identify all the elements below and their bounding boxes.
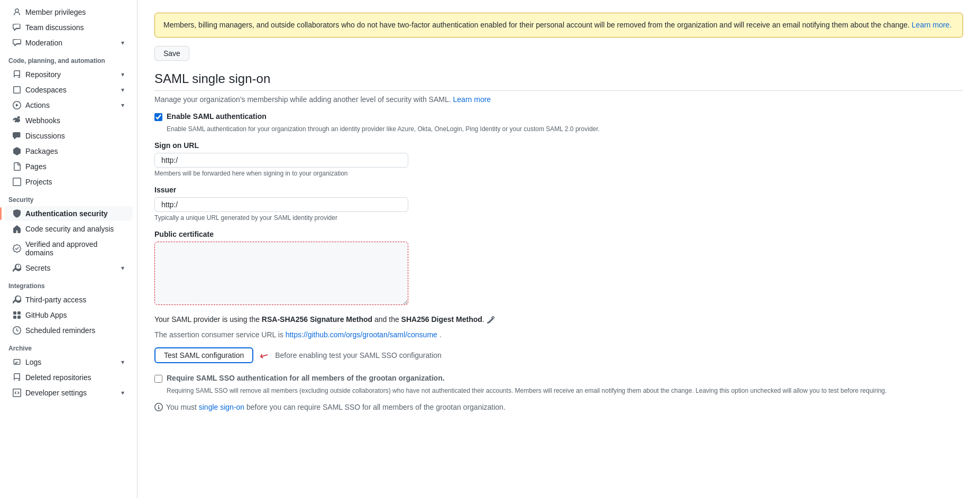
enable-saml-row: Enable SAML authentication xyxy=(154,112,963,121)
sidebar-section-archive-label: Archive xyxy=(0,338,137,354)
sidebar-item-label: Webhooks xyxy=(25,116,60,125)
info-text: You must single sign-on before you can r… xyxy=(166,403,506,411)
sidebar-item-webhooks[interactable]: Webhooks xyxy=(4,113,133,128)
assertion-line: The assertion consumer service URL is ht… xyxy=(154,330,963,339)
chevron-down-icon: ▾ xyxy=(121,264,124,272)
signature-line: Your SAML provider is using the RSA-SHA2… xyxy=(154,315,963,324)
package-icon xyxy=(13,147,21,155)
sidebar-section-security-label: Security xyxy=(0,190,137,206)
sidebar-item-logs[interactable]: Logs ▾ xyxy=(4,355,133,370)
play-icon xyxy=(13,101,21,109)
assertion-suffix: . xyxy=(439,330,442,339)
issuer-input[interactable] xyxy=(154,197,408,212)
warning-learn-more-link[interactable]: Learn more. xyxy=(912,21,951,29)
sidebar-item-label: Scheduled reminders xyxy=(25,326,95,335)
sidebar-item-scheduled-reminders[interactable]: Scheduled reminders xyxy=(4,323,133,338)
sidebar-item-github-apps[interactable]: GitHub Apps xyxy=(4,308,133,322)
sidebar-item-team-discussions[interactable]: Team discussions xyxy=(4,20,133,35)
sidebar-item-developer-settings[interactable]: Developer settings ▾ xyxy=(4,385,133,400)
require-saml-checkbox[interactable] xyxy=(154,375,162,383)
sidebar-item-deleted-repos[interactable]: Deleted repositories xyxy=(4,370,133,385)
info-suffix: before you can require SAML SSO for all … xyxy=(246,403,506,411)
sidebar-item-third-party[interactable]: Third-party access xyxy=(4,292,133,307)
chevron-down-icon: ▾ xyxy=(121,86,124,94)
code-icon xyxy=(13,389,21,397)
sidebar-item-projects[interactable]: Projects xyxy=(4,174,133,189)
edit-icon[interactable] xyxy=(487,315,495,324)
sidebar-item-code-security[interactable]: Code security and analysis xyxy=(4,222,133,236)
shield-icon xyxy=(13,209,21,218)
sidebar-item-label: Repository xyxy=(25,70,61,79)
sidebar-item-verified-domains[interactable]: Verified and approved domains xyxy=(4,237,133,260)
warning-banner: Members, billing managers, and outside c… xyxy=(154,13,963,38)
clock-icon xyxy=(13,326,21,335)
sidebar-item-label: Logs xyxy=(25,358,41,366)
require-saml-row: Require SAML SSO authentication for all … xyxy=(154,374,963,383)
sidebar-item-label: Authentication security xyxy=(25,209,108,218)
main-content: Members, billing managers, and outside c… xyxy=(138,0,980,498)
saml-learn-more-link[interactable]: Learn more xyxy=(453,95,491,104)
chevron-down-icon: ▾ xyxy=(121,39,124,47)
issuer-group: Issuer Typically a unique URL generated … xyxy=(154,186,963,222)
sidebar-section-integrations-label: Integrations xyxy=(0,276,137,292)
sign-on-url-label: Sign on URL xyxy=(154,141,963,150)
public-cert-group: Public certificate xyxy=(154,230,963,307)
sidebar-item-label: Actions xyxy=(25,101,50,109)
sign-on-url-input[interactable] xyxy=(154,153,408,168)
sidebar-item-label: GitHub Apps xyxy=(25,311,67,319)
saml-desc-text: Manage your organization's membership wh… xyxy=(154,95,453,104)
public-cert-label: Public certificate xyxy=(154,230,963,238)
log-icon xyxy=(13,358,21,366)
assertion-url-link[interactable]: https://github.com/orgs/grootan/saml/con… xyxy=(286,330,437,339)
sign-on-url-group: Sign on URL Members will be forwarded he… xyxy=(154,141,963,177)
info-sso-link[interactable]: single sign-on xyxy=(199,403,244,411)
sidebar-item-codespaces[interactable]: Codespaces ▾ xyxy=(4,82,133,97)
chevron-down-icon: ▾ xyxy=(121,389,124,396)
sidebar-item-packages[interactable]: Packages xyxy=(4,144,133,159)
sign-on-url-hint: Members will be forwarded here when sign… xyxy=(154,170,963,177)
sidebar-item-label: Packages xyxy=(25,147,58,155)
public-cert-textarea[interactable] xyxy=(154,242,408,305)
codespaces-icon xyxy=(13,86,21,94)
enable-saml-checkbox[interactable] xyxy=(154,113,162,121)
sidebar-item-actions[interactable]: Actions ▾ xyxy=(4,98,133,113)
project-icon xyxy=(13,178,21,186)
sidebar-item-label: Codespaces xyxy=(25,86,67,94)
sidebar-item-label: Developer settings xyxy=(25,389,87,397)
key-icon xyxy=(13,264,21,272)
sidebar-item-label: Discussions xyxy=(25,132,65,140)
codescan-icon xyxy=(13,225,21,233)
key2-icon xyxy=(13,296,21,304)
save-button[interactable]: Save xyxy=(154,46,189,61)
test-btn-note: Before enabling test your SAML SSO confi… xyxy=(275,351,442,359)
sidebar-item-secrets[interactable]: Secrets ▾ xyxy=(4,261,133,275)
sidebar-item-moderation[interactable]: Moderation ▾ xyxy=(4,35,133,50)
sidebar-item-label: Pages xyxy=(25,162,47,171)
saml-description: Manage your organization's membership wh… xyxy=(154,95,963,104)
sidebar-item-label: Deleted repositories xyxy=(25,373,91,382)
test-saml-button[interactable]: Test SAML configuration xyxy=(154,347,253,363)
info-prefix: You must xyxy=(166,403,199,411)
saml-title: SAML single sign-on xyxy=(154,71,963,91)
moderation-icon xyxy=(13,39,21,47)
sig-method: RSA-SHA256 Signature Method xyxy=(262,315,372,324)
info-icon xyxy=(154,403,163,413)
sidebar-item-discussions[interactable]: Discussions xyxy=(4,128,133,143)
sidebar-item-pages[interactable]: Pages xyxy=(4,159,133,174)
enable-saml-sub: Enable SAML authentication for your orga… xyxy=(167,125,963,133)
digest-method: SHA256 Digest Method xyxy=(401,315,482,324)
sidebar-item-member-privileges[interactable]: Member privileges xyxy=(4,5,133,20)
assertion-prefix: The assertion consumer service URL is xyxy=(154,330,286,339)
info-row: You must single sign-on before you can r… xyxy=(154,403,963,413)
sidebar-section-code-label: Code, planning, and automation xyxy=(0,51,137,67)
deleted-repo-icon xyxy=(13,373,21,382)
sidebar-item-label: Projects xyxy=(25,178,52,186)
sidebar-item-label: Secrets xyxy=(25,264,50,272)
sidebar-item-authentication-security[interactable]: Authentication security xyxy=(4,206,133,221)
enable-saml-label: Enable SAML authentication xyxy=(167,112,267,121)
pages-icon xyxy=(13,162,21,171)
sidebar-item-repository[interactable]: Repository ▾ xyxy=(4,67,133,82)
sidebar-item-label: Code security and analysis xyxy=(25,225,114,233)
chevron-down-icon: ▾ xyxy=(121,358,124,366)
sidebar-item-label: Verified and approved domains xyxy=(25,240,124,257)
